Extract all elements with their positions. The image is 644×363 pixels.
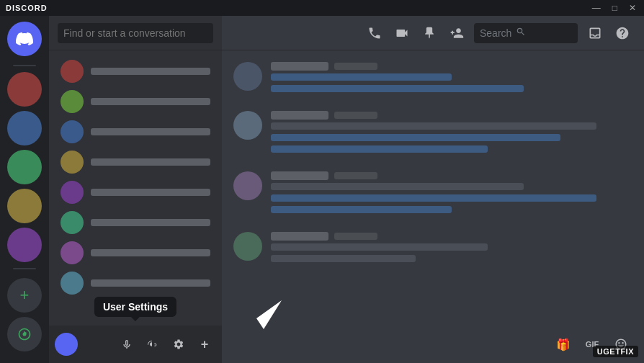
message-line xyxy=(271,73,452,81)
discover-button[interactable] xyxy=(7,317,42,351)
message-line xyxy=(271,243,488,251)
message-line xyxy=(271,183,524,190)
dm-name xyxy=(91,98,210,105)
titlebar-left: DISCORD xyxy=(6,4,48,12)
avatar xyxy=(61,151,84,174)
dm-name xyxy=(91,219,210,226)
deafen-button[interactable] xyxy=(141,333,164,356)
server-divider-2 xyxy=(13,268,36,269)
dm-name xyxy=(91,249,210,256)
user-avatar xyxy=(55,333,78,356)
titlebar-controls: — □ ✕ xyxy=(590,3,638,13)
message-group xyxy=(233,62,632,97)
svg-marker-1 xyxy=(256,300,282,329)
add-friend-icon[interactable] xyxy=(447,23,467,43)
avatar xyxy=(61,211,84,234)
message-header xyxy=(271,171,632,180)
dm-sidebar: User Settings xyxy=(49,16,222,363)
server-icon-1[interactable] xyxy=(7,72,42,107)
dm-name xyxy=(91,158,210,166)
bottom-icons: + xyxy=(115,333,216,356)
message-author xyxy=(271,171,328,180)
message-avatar xyxy=(233,171,262,200)
server-sidebar: + xyxy=(0,16,49,363)
message-header xyxy=(271,62,632,71)
message-line xyxy=(271,85,524,92)
dm-item[interactable] xyxy=(55,207,216,238)
message-header xyxy=(271,111,632,120)
discord-logo[interactable] xyxy=(7,22,42,56)
settings-arrow-indicator xyxy=(242,297,285,333)
inbox-icon[interactable] xyxy=(585,23,605,43)
message-content xyxy=(271,171,632,218)
app-title: DISCORD xyxy=(6,4,48,12)
watermark: UGETFIX xyxy=(593,346,638,357)
add-server-button[interactable]: + xyxy=(7,278,42,313)
dm-name xyxy=(91,68,210,75)
avatar xyxy=(61,181,84,204)
pin-icon[interactable] xyxy=(419,23,439,43)
dm-name xyxy=(91,279,210,287)
message-line xyxy=(271,145,488,153)
server-icon-3[interactable] xyxy=(7,150,42,184)
message-avatar xyxy=(233,232,262,261)
dm-item[interactable] xyxy=(55,86,216,117)
search-placeholder-text: Search xyxy=(480,27,511,39)
messages-area xyxy=(222,50,644,326)
message-group xyxy=(233,232,632,266)
message-timestamp xyxy=(334,172,377,179)
search-icon xyxy=(516,27,526,39)
dm-search-input[interactable] xyxy=(58,23,213,43)
svg-point-0 xyxy=(23,333,27,336)
avatar xyxy=(61,120,84,143)
gift-button[interactable]: 🎁 xyxy=(552,333,575,356)
dm-list xyxy=(49,50,222,326)
header-search[interactable]: Search xyxy=(474,23,578,43)
mute-button[interactable] xyxy=(115,333,138,356)
dm-item[interactable] xyxy=(55,268,216,298)
message-line xyxy=(271,134,560,141)
help-icon[interactable] xyxy=(612,23,632,43)
dm-name xyxy=(91,128,210,135)
server-icon-2[interactable] xyxy=(7,111,42,145)
dm-sidebar-bottom: + xyxy=(49,326,222,363)
user-settings-button[interactable] xyxy=(167,333,190,356)
message-avatar xyxy=(233,111,262,140)
message-line xyxy=(271,255,416,262)
message-content xyxy=(271,62,632,97)
video-call-icon[interactable] xyxy=(392,23,412,43)
close-button[interactable]: ✕ xyxy=(627,3,638,13)
message-avatar xyxy=(233,62,262,91)
message-timestamp xyxy=(334,63,377,70)
message-timestamp xyxy=(334,233,377,240)
avatar xyxy=(61,90,84,113)
voice-call-icon[interactable] xyxy=(365,23,385,43)
message-line xyxy=(271,194,596,202)
dm-item[interactable] xyxy=(55,238,216,268)
dm-item[interactable] xyxy=(55,117,216,147)
message-line xyxy=(271,206,452,213)
server-icon-4[interactable] xyxy=(7,189,42,223)
message-author xyxy=(271,232,328,241)
avatar xyxy=(61,272,84,295)
message-group xyxy=(233,171,632,218)
avatar xyxy=(61,60,84,83)
titlebar: DISCORD — □ ✕ xyxy=(0,0,644,16)
message-author xyxy=(271,62,328,71)
message-header xyxy=(271,232,632,241)
dm-name xyxy=(91,189,210,196)
dm-item[interactable] xyxy=(55,177,216,207)
maximize-button[interactable]: □ xyxy=(610,3,620,13)
content-header: Search xyxy=(222,16,644,50)
message-content xyxy=(271,111,632,157)
message-content xyxy=(271,232,632,266)
dm-search-bar xyxy=(49,16,222,50)
server-divider xyxy=(13,65,36,66)
add-button[interactable]: + xyxy=(193,333,216,356)
dm-item[interactable] xyxy=(55,147,216,177)
minimize-button[interactable]: — xyxy=(590,3,603,13)
app-container: + xyxy=(0,16,644,363)
server-icon-5[interactable] xyxy=(7,228,42,262)
message-timestamp xyxy=(334,112,377,119)
dm-item[interactable] xyxy=(55,56,216,86)
